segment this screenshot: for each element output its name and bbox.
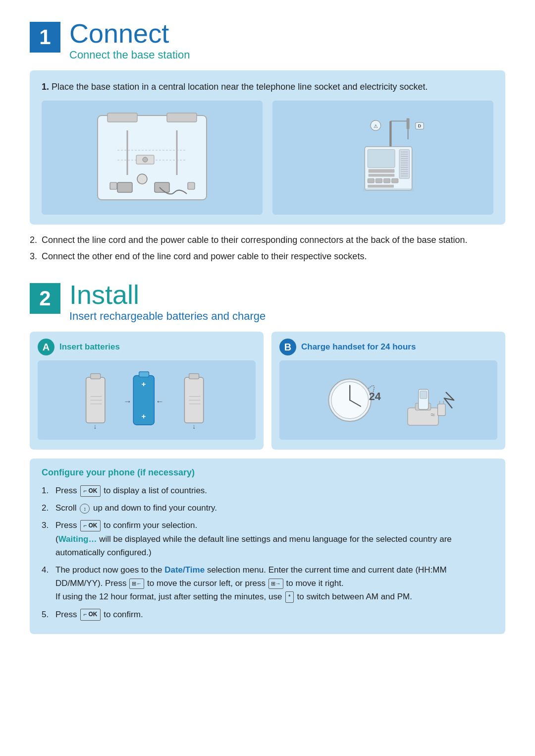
section1-image-row: D ⚠ [42,101,493,215]
panel-a-image: ↓ + + → ← ↓ [38,360,256,440]
svg-text:←: ← [156,397,164,406]
section1-step3: 3. Connect the other end of the line cor… [30,250,505,263]
svg-rect-39 [368,179,374,183]
svg-rect-23 [368,150,395,168]
svg-rect-73 [438,404,446,415]
ok-key-icon-2: ⌐ OK [80,520,100,531]
svg-rect-16 [407,118,410,129]
svg-text:≈: ≈ [430,410,435,419]
datetime-text: Date/Time [164,565,205,575]
svg-rect-43 [368,185,394,188]
panel-a-circle: A [38,339,54,355]
charge-svg: 24 ≈ [319,369,458,431]
svg-rect-38 [369,174,395,177]
section2-header: 2 Install Insert rechargeable batteries … [30,281,505,323]
panel-a-label: A Insert batteries [38,339,256,355]
section2-subtitle: Insert rechargeable batteries and charge [69,310,266,323]
section1-header: 1 Connect Connect the base station [30,20,505,61]
panel-b-circle: B [279,339,296,355]
svg-text:⚠: ⚠ [374,123,378,129]
base-back-svg [83,106,221,210]
svg-text:24: 24 [369,390,381,403]
section1-step1-text: 1. Place the base station in a central l… [42,80,493,94]
configure-box: Configure your phone (if necessary) 1. P… [30,459,505,634]
panel-b-title: Charge handset for 24 hours [301,342,416,352]
base-front-svg: D ⚠ [328,117,437,197]
configure-steps-list: 1. Press ⌐ OK to display a list of count… [42,484,493,621]
svg-rect-41 [383,179,390,183]
svg-rect-10 [110,182,117,189]
svg-rect-47 [91,373,101,379]
waiting-text: Waiting… [58,534,97,544]
section1-step2: 2. Connect the line cord and the power c… [30,233,505,247]
configure-step-1: 1. Press ⌐ OK to display a list of count… [42,484,493,497]
svg-rect-4 [155,182,169,192]
panel-b-label: B Charge handset for 24 hours [279,339,497,355]
panel-a-title: Insert batteries [59,342,120,352]
base-station-front-image: D ⚠ [272,101,493,215]
svg-rect-56 [189,373,199,379]
svg-rect-11 [188,182,195,189]
svg-text:D: D [418,123,422,128]
svg-text:↓: ↓ [192,422,196,430]
ab-panels-row: A Insert batteries ↓ + + → [30,332,505,450]
svg-rect-3 [117,182,132,192]
svg-text:→: → [123,397,132,406]
svg-text:+: + [141,380,146,388]
scroll-icon: ↕ [80,504,90,514]
svg-rect-37 [369,169,395,173]
panel-b-charge: B Charge handset for 24 hours 24 [271,332,505,450]
section1-title: Connect [69,20,190,47]
ok-key-icon-3: ⌐ OK [80,609,100,620]
section2-wrapper: 2 Install Insert rechargeable batteries … [30,281,505,634]
svg-rect-1 [107,113,137,122]
left-arrow-key-icon: ⊞← [129,579,144,589]
configure-step-5: 5. Press ⌐ OK to confirm. [42,608,493,621]
configure-step-4: 4. The product now goes to the Date/Time… [42,563,493,604]
svg-rect-50 [139,372,149,377]
svg-rect-72 [420,391,427,399]
svg-rect-2 [167,113,197,122]
battery-insert-svg: ↓ + + → ← ↓ [82,370,211,430]
configure-step-2: 2. Scroll ↕ up and down to find your cou… [42,501,493,515]
section1-subtitle: Connect the base station [69,49,190,61]
svg-rect-24 [399,150,410,179]
base-station-back-image [42,101,263,215]
star-key-icon: * [285,591,294,603]
svg-point-5 [137,174,147,184]
svg-rect-40 [375,179,382,183]
section1-steps-list: 2. Connect the line cord and the power c… [30,233,505,263]
configure-title: Configure your phone (if necessary) [42,467,493,478]
ok-key-icon-1: ⌐ OK [80,485,100,497]
panel-a-insert-batteries: A Insert batteries ↓ + + → [30,332,264,450]
svg-rect-42 [392,179,398,183]
section2-title: Install [69,281,266,308]
svg-point-13 [143,157,148,162]
section2-number: 2 [30,283,60,314]
right-arrow-key-icon: ⊞→ [268,579,283,589]
svg-rect-45 [363,188,414,191]
panel-b-image: 24 ≈ [279,360,497,440]
section1-number: 1 [30,22,60,53]
svg-text:+: + [141,412,146,420]
section1-instruction-box: 1. Place the base station in a central l… [30,70,505,225]
svg-text:↓: ↓ [94,422,97,430]
configure-step-3: 3. Press ⌐ OK to confirm your selection.… [42,519,493,559]
